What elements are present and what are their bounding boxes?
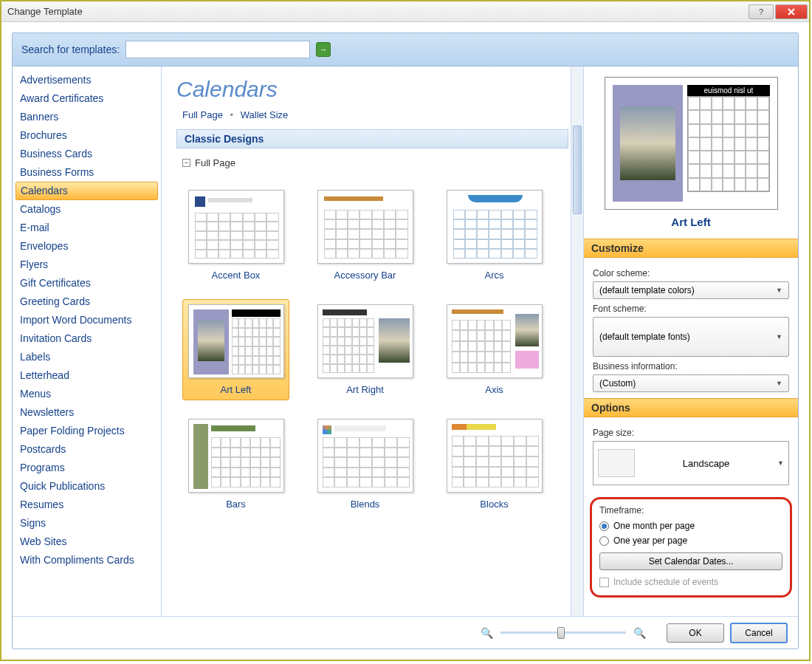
zoom-slider[interactable] <box>500 632 626 634</box>
template-thumbnail <box>447 304 543 378</box>
sidebar-item[interactable]: Award Certificates <box>13 89 161 108</box>
ok-button[interactable]: OK <box>667 623 724 643</box>
sidebar-item[interactable]: Web Sites <box>13 533 161 551</box>
customize-heading: Customize <box>584 239 798 258</box>
template-name: Accent Box <box>212 270 261 281</box>
sidebar-item[interactable]: Newsletters <box>13 403 161 422</box>
include-events-label: Include schedule of events <box>613 577 718 587</box>
collapse-icon: − <box>182 159 190 167</box>
sidebar-item[interactable]: Labels <box>13 348 161 366</box>
template-item[interactable]: Bars <box>182 414 289 515</box>
template-item[interactable]: Arcs <box>441 185 548 286</box>
radio-one-year[interactable]: One year per page <box>599 533 782 548</box>
chevron-down-icon: ▼ <box>776 380 782 387</box>
color-scheme-combo[interactable]: (default template colors) ▼ <box>593 281 789 299</box>
sidebar-item[interactable]: Banners <box>13 108 161 126</box>
template-name: Bars <box>226 499 246 510</box>
dialog-footer: 🔍 🔍 OK Cancel <box>13 616 798 648</box>
business-info-label: Business information: <box>593 361 789 372</box>
sidebar-item[interactable]: Business Forms <box>13 163 161 182</box>
cancel-button[interactable]: Cancel <box>730 623 788 643</box>
sidebar-item[interactable]: Signs <box>13 514 161 533</box>
scrollbar-thumb[interactable] <box>573 126 582 214</box>
zoom-out-icon[interactable]: 🔍 <box>481 627 493 639</box>
template-thumbnail <box>447 419 543 493</box>
template-thumbnail <box>317 419 413 493</box>
template-thumbnail <box>447 190 543 264</box>
sidebar-item[interactable]: Business Cards <box>13 145 161 163</box>
page-size-thumb-icon <box>598 449 635 477</box>
sidebar-item[interactable]: Paper Folding Projects <box>13 422 161 440</box>
sidebar-item[interactable]: With Compliments Cards <box>13 551 161 569</box>
searchbar: Search for templates: → <box>13 33 798 66</box>
change-template-window: Change Template ? Search for templates: … <box>0 0 811 661</box>
page-size-combo[interactable]: Landscape ▼ <box>593 441 789 485</box>
template-item[interactable]: Accent Box <box>182 185 289 286</box>
color-scheme-value: (default template colors) <box>599 285 695 295</box>
breadcrumb-item[interactable]: Wallet Size <box>241 109 289 120</box>
sidebar-item[interactable]: Postcards <box>13 440 161 459</box>
sidebar-item[interactable]: Envelopes <box>13 237 161 256</box>
template-item[interactable]: Blocks <box>441 414 548 515</box>
timeframe-label: Timeframe: <box>599 505 782 516</box>
preview-cal-title: euismod nisl ut <box>687 85 769 96</box>
checkbox-icon <box>599 578 609 587</box>
page-size-label: Page size: <box>593 428 789 438</box>
sidebar-item[interactable]: Import Word Documents <box>13 311 161 329</box>
template-item[interactable]: Accessory Bar <box>312 185 419 286</box>
chevron-down-icon: ▼ <box>776 287 782 294</box>
sidebar-item[interactable]: Brochures <box>13 126 161 145</box>
template-item[interactable]: Art Right <box>312 299 419 400</box>
sidebar-item[interactable]: Calendars <box>16 182 158 200</box>
template-name: Blocks <box>480 499 508 510</box>
template-thumbnail <box>188 190 284 264</box>
template-gallery: Calendars Full Page • Wallet Size Classi… <box>162 66 584 616</box>
window-title: Change Template <box>7 6 749 17</box>
sidebar-item[interactable]: Greeting Cards <box>13 292 161 311</box>
search-label: Search for templates: <box>21 44 120 55</box>
template-item[interactable]: Blends <box>312 414 419 515</box>
sidebar-item[interactable]: Invitation Cards <box>13 329 161 348</box>
help-button[interactable]: ? <box>749 4 774 19</box>
category-sidebar: AdvertisementsAward CertificatesBannersB… <box>13 66 162 616</box>
font-scheme-combo[interactable]: (default template fonts) ▼ <box>593 317 789 357</box>
search-go-button[interactable]: → <box>316 42 331 57</box>
sidebar-item[interactable]: E-mail <box>13 219 161 237</box>
radio-icon <box>599 536 609 546</box>
sidebar-item[interactable]: Menus <box>13 385 161 403</box>
zoom-in-icon[interactable]: 🔍 <box>633 627 646 639</box>
zoom-slider-thumb[interactable] <box>557 627 565 639</box>
template-item[interactable]: Art Left <box>182 299 289 400</box>
template-preview: euismod nisl ut <box>605 77 778 210</box>
sidebar-item[interactable]: Quick Publications <box>13 477 161 496</box>
radio-icon <box>599 521 609 531</box>
sidebar-item[interactable]: Letterhead <box>13 366 161 385</box>
template-name: Art Right <box>346 384 384 395</box>
template-item[interactable]: Axis <box>441 299 548 400</box>
set-calendar-dates-button[interactable]: Set Calendar Dates... <box>599 552 782 570</box>
gallery-scrollbar[interactable] <box>571 66 583 616</box>
include-events-checkbox[interactable]: Include schedule of events <box>599 575 782 589</box>
breadcrumb-item[interactable]: Full Page <box>182 109 223 120</box>
sidebar-item[interactable]: Programs <box>13 459 161 477</box>
radio-one-month[interactable]: One month per page <box>599 518 782 533</box>
sidebar-item[interactable]: Advertisements <box>13 71 161 89</box>
search-input[interactable] <box>125 41 310 58</box>
sidebar-item[interactable]: Flyers <box>13 256 161 274</box>
radio-one-year-label: One year per page <box>613 535 687 546</box>
sidebar-item[interactable]: Resumes <box>13 496 161 514</box>
customize-panel: euismod nisl ut Art Left Customize Color… <box>584 66 798 616</box>
radio-one-month-label: One month per page <box>613 521 695 531</box>
template-name: Accessory Bar <box>334 270 396 281</box>
timeframe-highlight: Timeframe: One month per page One year p… <box>590 497 792 598</box>
sidebar-item[interactable]: Gift Certificates <box>13 274 161 292</box>
color-scheme-label: Color scheme: <box>593 268 789 278</box>
preview-label: Art Left <box>594 216 788 228</box>
close-button[interactable] <box>775 4 808 19</box>
section-heading: Classic Designs <box>176 129 568 148</box>
template-name: Arcs <box>485 270 504 281</box>
titlebar: Change Template ? <box>1 1 809 22</box>
sidebar-item[interactable]: Catalogs <box>13 200 161 219</box>
business-info-combo[interactable]: (Custom) ▼ <box>593 374 789 392</box>
subsection-toggle[interactable]: − Full Page <box>176 154 568 171</box>
